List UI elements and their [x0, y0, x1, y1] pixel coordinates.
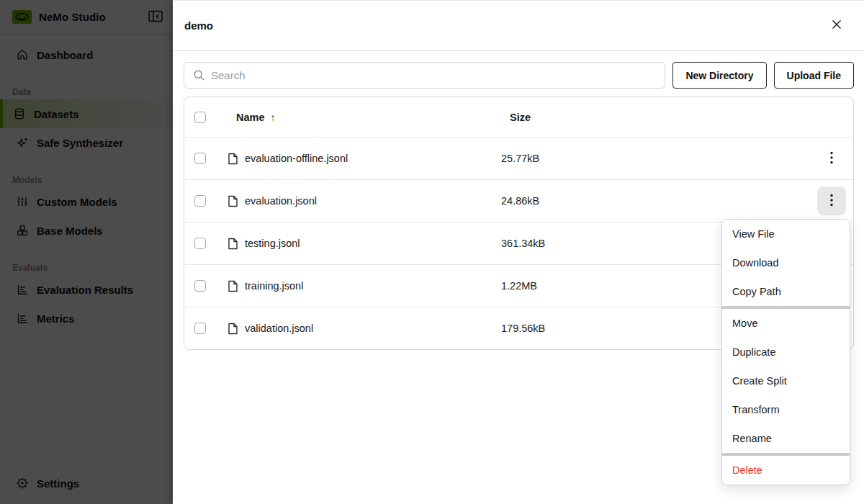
file-size: 25.77kB: [501, 153, 810, 164]
column-header-size[interactable]: Size: [501, 112, 810, 123]
row-checkbox[interactable]: [194, 323, 206, 334]
sort-ascending-icon[interactable]: ↑: [271, 112, 276, 123]
file-icon: [228, 323, 238, 335]
file-icon: [228, 280, 238, 292]
row-checkbox[interactable]: [194, 153, 206, 164]
search-icon: [193, 69, 205, 81]
file-size: 24.86kB: [501, 195, 810, 207]
row-checkbox[interactable]: [194, 195, 206, 207]
file-name[interactable]: evaluation.jsonl: [245, 195, 317, 207]
file-name[interactable]: validation.jsonl: [245, 323, 313, 334]
file-context-menu: View FileDownloadCopy PathMoveDuplicateC…: [721, 219, 850, 485]
kebab-icon: [830, 151, 833, 166]
table-header-row: Name ↑ Size: [184, 97, 853, 137]
select-all-checkbox[interactable]: [194, 112, 206, 123]
new-directory-button[interactable]: New Directory: [672, 62, 766, 89]
row-actions-button[interactable]: [817, 186, 846, 215]
row-actions-button[interactable]: [819, 145, 845, 171]
menu-item-download[interactable]: Download: [722, 248, 850, 277]
file-name[interactable]: testing.jsonl: [245, 238, 300, 249]
modal-title: demo: [184, 19, 213, 32]
search-box: [184, 62, 665, 89]
menu-item-view-file[interactable]: View File: [722, 220, 850, 248]
file-name[interactable]: training.jsonl: [245, 280, 303, 292]
row-checkbox[interactable]: [194, 238, 206, 249]
row-checkbox[interactable]: [194, 280, 206, 292]
table-row-evaluation-jsonl: evaluation.jsonl24.86kB: [184, 179, 853, 222]
kebab-icon: [830, 194, 833, 209]
file-name[interactable]: evaluation-offline.jsonl: [245, 153, 348, 164]
menu-item-move[interactable]: Move: [722, 309, 850, 338]
menu-item-copy-path[interactable]: Copy Path: [722, 277, 850, 306]
modal-header: demo: [173, 1, 864, 51]
file-icon: [228, 195, 238, 207]
file-icon: [228, 153, 238, 165]
menu-item-transform[interactable]: Transform: [722, 395, 850, 424]
table-row-evaluation-offline-jsonl: evaluation-offline.jsonl25.77kB: [184, 137, 853, 179]
upload-file-button[interactable]: Upload File: [774, 62, 854, 89]
search-input[interactable]: [211, 69, 656, 81]
file-toolbar: New Directory Upload File: [173, 51, 864, 96]
close-icon: [831, 19, 842, 32]
file-icon: [228, 238, 238, 250]
column-header-name[interactable]: Name: [236, 112, 265, 123]
menu-item-delete[interactable]: Delete: [722, 456, 850, 485]
dataset-modal: demo New Directory Upload File: [173, 0, 864, 504]
menu-item-create-split[interactable]: Create Split: [722, 366, 850, 395]
close-modal-button[interactable]: [829, 17, 844, 34]
menu-item-rename[interactable]: Rename: [722, 424, 850, 453]
menu-item-duplicate[interactable]: Duplicate: [722, 338, 850, 366]
